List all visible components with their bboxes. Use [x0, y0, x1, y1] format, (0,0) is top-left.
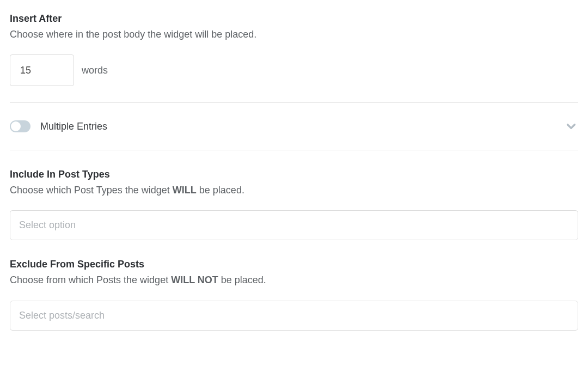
chevron-down-icon[interactable] — [564, 119, 578, 133]
exclude-title: Exclude From Specific Posts — [10, 259, 578, 270]
insert-after-unit: words — [82, 65, 108, 76]
multiple-entries-row[interactable]: Multiple Entries — [10, 103, 578, 150]
exclude-select[interactable]: Select posts/search — [10, 301, 578, 331]
insert-after-input[interactable] — [10, 54, 74, 86]
include-section: Include In Post Types Choose which Post … — [10, 169, 578, 240]
insert-after-row: words — [10, 54, 578, 86]
multiple-entries-label: Multiple Entries — [40, 121, 564, 132]
include-desc-strong: WILL — [173, 185, 197, 196]
exclude-desc-before: Choose from which Posts the widget — [10, 275, 171, 285]
include-desc-before: Choose which Post Types the widget — [10, 185, 173, 196]
insert-after-description: Choose where in the post body the widget… — [10, 28, 578, 41]
include-desc-after: be placed. — [197, 185, 244, 196]
toggle-knob — [11, 121, 21, 131]
include-description: Choose which Post Types the widget WILL … — [10, 184, 578, 197]
exclude-description: Choose from which Posts the widget WILL … — [10, 273, 578, 287]
exclude-desc-strong: WILL NOT — [171, 275, 218, 285]
exclude-desc-after: be placed. — [218, 275, 266, 285]
include-title: Include In Post Types — [10, 169, 578, 180]
divider — [10, 150, 578, 150]
include-select[interactable]: Select option — [10, 210, 578, 240]
exclude-section: Exclude From Specific Posts Choose from … — [10, 259, 578, 330]
multiple-entries-toggle[interactable] — [10, 120, 30, 132]
insert-after-title: Insert After — [10, 13, 578, 25]
